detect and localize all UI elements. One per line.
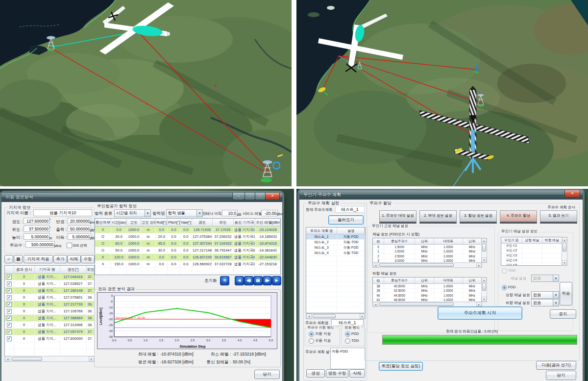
plan-desc-textarea[interactable]: 자동-FDD	[330, 348, 366, 369]
column-header[interactable]: 고도 단위	[141, 219, 155, 227]
column-header[interactable]: 중심주파수	[384, 238, 415, 245]
table-row[interactable]: ✓X샘플 기지...127.21773936.	[5, 301, 94, 308]
row-checkbox[interactable]: ✓	[7, 309, 12, 314]
field-input[interactable]: 50.000000	[68, 226, 91, 232]
column-header[interactable]: 주파수 계획 명	[306, 228, 337, 234]
table-row[interactable]: 3942.5000MHz1.0000MHz	[373, 288, 482, 293]
row-checkbox[interactable]: ✓	[7, 281, 12, 286]
step-backward-button[interactable]: ◀▮	[244, 276, 253, 285]
uav-channel-table[interactable]: 무인기 명상향 채널하향 채널무인기1무인기2무인기3무인기4무인기5무인기6	[501, 237, 563, 266]
column-header[interactable]: 단위	[463, 238, 481, 245]
manual-assign-radio[interactable]	[309, 338, 314, 344]
table-row[interactable]: 테스트_2자동-TDD	[306, 240, 365, 245]
back-button[interactable]: 뒤로(할당 정보 설정)	[379, 362, 423, 371]
minimize-button[interactable]: –	[245, 193, 255, 200]
column-header[interactable]: 단위	[415, 278, 434, 284]
column-header[interactable]: 단위	[415, 238, 434, 245]
waypoint-marker[interactable]	[215, 85, 217, 87]
column-header[interactable]: Yaw[°]	[180, 219, 192, 227]
track-name-dropdown[interactable]: 항적 샘플	[166, 209, 203, 217]
row-checkbox[interactable]: ✓	[7, 288, 12, 293]
dialog-titlebar[interactable]: 무인기 주파수 계획	[299, 190, 583, 200]
table-row[interactable]	[306, 307, 365, 313]
column-header[interactable]: 결과 표시	[14, 266, 34, 274]
close-button[interactable]: 닫기	[254, 370, 280, 379]
reset-button[interactable]: ⟲	[220, 276, 229, 285]
table-row[interactable]: O60.01000.0m45.00.00.0127.30724437.10433…	[95, 240, 280, 247]
column-header[interactable]: 하향 채널	[542, 237, 562, 244]
table-row[interactable]: 무인기1	[501, 244, 562, 249]
column-header[interactable]: 고도	[127, 219, 141, 227]
column-header[interactable]: 대역폭	[434, 238, 463, 245]
row-checkbox[interactable]: ✓	[7, 330, 12, 334]
rename-button[interactable]: 명칭 수정	[326, 369, 348, 378]
fdd-radio[interactable]	[345, 331, 350, 337]
column-header[interactable]: 시간[sec]	[111, 219, 126, 227]
table-row[interactable]: X0.01000.0m0.00.00.0126.7193537.17025샘플 …	[95, 227, 280, 233]
row-checkbox[interactable]: ✓	[7, 302, 12, 307]
delete-button[interactable]: 삭제	[67, 255, 81, 263]
column-header[interactable]: ID	[373, 278, 384, 284]
table-row[interactable]: ✓X샘플 기지...127.10576636.	[5, 308, 94, 315]
load-button[interactable]: 불러오기	[328, 215, 364, 225]
table-row[interactable]: 테스트_1자동-FDD	[306, 234, 365, 240]
column-header[interactable]: 경도	[192, 219, 213, 227]
table-row[interactable]: ✓X샘플 기지...127.02852737.	[5, 280, 94, 287]
waypoint-marker[interactable]	[147, 103, 148, 105]
table-row[interactable]: X120.01000.0m0.00.00.0126.83724536.81568…	[95, 254, 280, 261]
downlink-channel-table[interactable]: ID중심주파수단위대역폭단위3840.5000MHz1.0000MHz3942.…	[372, 277, 482, 302]
check-all-button[interactable]: ✓	[4, 255, 13, 263]
column-header[interactable]: 송신 기지국	[233, 219, 255, 227]
antenna-gain-input[interactable]: 10.0	[222, 210, 238, 216]
column-header[interactable]: 통신여부	[95, 219, 111, 227]
step-forward-button[interactable]: ▮▶	[263, 276, 272, 285]
column-header[interactable]	[5, 266, 14, 274]
column-header[interactable]: 단위	[463, 278, 481, 284]
row-checkbox[interactable]: ✓	[7, 323, 12, 328]
service-level-input[interactable]: -20.00	[261, 210, 278, 216]
table-row[interactable]	[306, 281, 365, 287]
table-row[interactable]	[306, 266, 365, 272]
table-row[interactable]: 무인기5	[501, 263, 562, 266]
play-button[interactable]: ▶	[272, 276, 281, 285]
table-row[interactable]: 무인기4	[501, 258, 562, 263]
tab-results[interactable]: 5. 결과 보기	[540, 210, 577, 224]
table-row[interactable]	[5, 349, 94, 356]
tab-alloc-info[interactable]: 3. 할당 정보 설정	[460, 210, 497, 224]
close-icon[interactable]: ✕	[564, 190, 580, 198]
delete-button[interactable]: 삭제	[349, 369, 365, 378]
tab-unit-info[interactable]: 2. 부대 정보 설정	[419, 210, 457, 224]
gis-checkbox[interactable]	[67, 243, 72, 248]
table-row[interactable]: ✓X샘플 기지...127.05747937.	[5, 329, 94, 335]
table-row[interactable]	[306, 271, 365, 277]
table-row[interactable]	[306, 277, 365, 282]
map-left-canvas[interactable]	[0, 0, 292, 186]
table-row[interactable]: 22.5000MHz1.0000MHz	[373, 254, 482, 259]
horizontal-scrollbar[interactable]: ◂▸	[372, 262, 482, 268]
fdd-mode-radio[interactable]	[502, 285, 507, 290]
grid-select-button[interactable]: ▦	[14, 255, 23, 263]
map-view-right[interactable]	[296, 0, 588, 186]
field-input[interactable]: 500.000000	[25, 241, 55, 248]
column-header[interactable]: 위도	[213, 219, 234, 227]
table-row[interactable]	[5, 342, 94, 349]
table-row[interactable]: O90.01000.0m30.00.00.0127.21714836.79144…	[95, 247, 280, 254]
plan-table[interactable]: 주파수 계획 명설명테스트_1자동-FDD테스트_2자동-TDD테스트_3수동-…	[306, 227, 366, 313]
map-view-left[interactable]	[0, 0, 292, 186]
column-header[interactable]: 설명	[337, 228, 365, 234]
stop-button[interactable]: 중지	[550, 309, 576, 319]
table-row[interactable]: ✓X샘플 기지...127.04441637.	[5, 274, 94, 280]
table-row[interactable]: 테스트_4수동-TDD	[306, 251, 365, 256]
row-checkbox[interactable]: ✓	[7, 275, 12, 279]
close-icon[interactable]: ✕	[265, 193, 280, 200]
column-header[interactable]: 경도[°]	[60, 266, 86, 274]
table-row[interactable]: ✓X샘플 기지...127.36856936.	[5, 315, 94, 322]
row-checkbox[interactable]: ✓	[7, 316, 12, 321]
table-row[interactable]: 테스트_3수동-FDD	[306, 245, 365, 251]
table-row[interactable]	[306, 261, 365, 266]
close-button[interactable]: 닫기	[546, 371, 576, 380]
column-header[interactable]: 무인기 명	[501, 237, 522, 244]
field-input[interactable]: 127.600000	[24, 218, 50, 224]
maximize-button[interactable]: □	[255, 193, 266, 200]
table-row[interactable]	[306, 302, 365, 307]
